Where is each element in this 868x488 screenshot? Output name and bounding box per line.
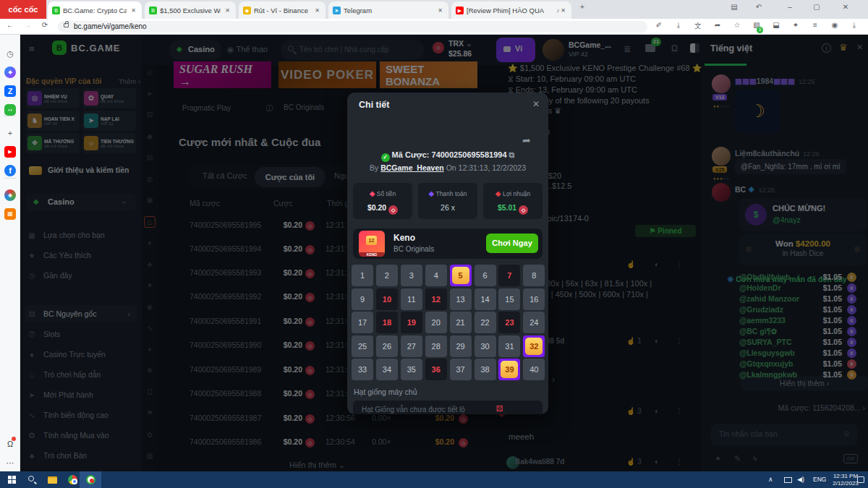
tray-hidden-icons[interactable]: ∧ (768, 476, 773, 483)
keno-number-cell[interactable]: 21 (450, 312, 472, 333)
browser-tab[interactable]: ▶[Review Phim] HÀO QUA♪✕ (451, 1, 571, 19)
maximize-button[interactable]: ▢ (810, 3, 823, 11)
keno-number-cell[interactable]: 24 (523, 312, 545, 333)
back-icon[interactable]: ← (4, 21, 16, 29)
keno-number-cell[interactable]: 9 (352, 288, 373, 310)
keno-number-cell[interactable]: 1 (352, 265, 373, 286)
action-center-icon[interactable] (857, 476, 864, 483)
keno-number-cell[interactable]: 22 (475, 312, 496, 333)
keno-number-cell[interactable]: 3 (401, 265, 422, 286)
profile-icon[interactable]: ◉ (829, 21, 841, 29)
sports-icon[interactable]: ◉ (4, 189, 16, 201)
server-seed-field[interactable]: Hạt Giống vẫn chưa được tiết lộ ⚄ (353, 401, 542, 414)
bookmark-star-icon[interactable]: ☆ (731, 21, 743, 29)
modal-close-icon[interactable]: ✕ (532, 99, 540, 109)
copy-icon[interactable]: ⧉ (509, 150, 515, 159)
zalo-icon[interactable]: Z (4, 85, 16, 97)
file-explorer-icon[interactable] (46, 474, 59, 486)
keno-number-cell[interactable]: 25 (352, 335, 373, 357)
shield-icon[interactable]: ▧3 (751, 21, 762, 29)
games-icon[interactable]: ◖◗ (4, 104, 16, 116)
tab-close-icon[interactable]: ✕ (224, 7, 231, 14)
more-icon[interactable]: ⋯ (4, 457, 16, 468)
language-indicator[interactable]: ENG (813, 476, 826, 483)
keno-number-cell[interactable]: 10 (376, 288, 398, 310)
keno-number-cell[interactable]: 35 (401, 359, 422, 380)
browser-tab[interactable]: B$1,500 Exclusive Weekend Ke✕ (145, 1, 236, 19)
modal-share-icon[interactable]: ➦ (522, 134, 531, 146)
reader-mode-icon[interactable]: ▤ (728, 3, 741, 11)
cart-icon[interactable]: ▦ (4, 208, 16, 220)
reading-list-icon[interactable]: ≡ (809, 21, 821, 29)
keno-number-cell[interactable]: 27 (401, 335, 422, 357)
keno-number-cell[interactable]: 36 (425, 359, 447, 380)
keno-number-cell[interactable]: 6 (475, 265, 496, 286)
extension-icon[interactable]: ✦ (790, 21, 801, 29)
keno-number-cell[interactable]: 39 (498, 359, 520, 380)
reload-icon[interactable]: ⟳ (39, 21, 51, 29)
keno-number-cell[interactable]: 11 (401, 288, 422, 310)
adblock-icon[interactable]: ⬓ (770, 21, 782, 29)
volume-icon[interactable]: ◀) (797, 476, 804, 483)
browser-tab[interactable]: ➤Telegram✕ (328, 1, 448, 19)
padlock-icon[interactable] (64, 23, 69, 27)
taskbar-search-icon[interactable] (26, 474, 38, 486)
keno-number-cell[interactable]: 19 (401, 312, 422, 333)
back-to-tab-icon[interactable]: ↶ (752, 3, 765, 11)
keno-number-cell[interactable]: 7 (498, 265, 520, 286)
tab-close-icon[interactable]: ✕ (129, 7, 137, 14)
browser-tab[interactable]: BBC.Game: Crypto Casino Gam✕ (48, 1, 142, 19)
coccoc-taskbar-icon[interactable] (85, 474, 97, 486)
keno-number-cell[interactable]: 33 (352, 359, 373, 380)
messenger-icon[interactable]: ✦ (4, 67, 16, 78)
keno-number-cell[interactable]: 2 (376, 265, 398, 286)
keno-number-cell[interactable]: 15 (498, 288, 520, 310)
keno-number-cell[interactable]: 12 (425, 288, 447, 310)
keno-number-cell[interactable]: 31 (498, 335, 520, 357)
keno-game-icon[interactable]: 12 KENO (359, 231, 385, 257)
keno-number-cell[interactable]: 38 (475, 359, 496, 380)
keno-number-cell[interactable]: 18 (376, 312, 398, 333)
network-icon[interactable] (784, 477, 792, 483)
bet-user-link[interactable]: BCGame_Heaven (380, 163, 444, 172)
keno-number-cell[interactable]: 13 (450, 288, 472, 310)
forward-icon[interactable]: → (22, 21, 33, 29)
downloads-icon[interactable]: ⤓ (848, 21, 860, 30)
keno-number-cell[interactable]: 16 (523, 288, 545, 310)
youtube-icon[interactable]: ▶ (4, 146, 16, 158)
keno-number-cell[interactable]: 8 (523, 265, 545, 286)
keno-number-cell[interactable]: 40 (523, 359, 545, 380)
edit-icon[interactable]: ✐ (653, 21, 665, 29)
chrome-icon[interactable] (67, 474, 79, 486)
keno-number-cell[interactable]: 14 (475, 288, 496, 310)
keno-number-cell[interactable]: 26 (376, 335, 398, 357)
translate-icon[interactable]: 文 (692, 21, 704, 31)
tab-close-icon[interactable]: ✕ (436, 7, 444, 14)
close-button[interactable]: ✕ (839, 3, 852, 11)
keno-number-cell[interactable]: 17 (352, 312, 373, 333)
keno-number-cell[interactable]: 28 (425, 335, 447, 357)
minimize-button[interactable]: – (783, 3, 796, 11)
keno-number-cell[interactable]: 29 (450, 335, 472, 357)
new-tab-button[interactable]: + (576, 3, 589, 11)
tab-close-icon[interactable]: ✕ (559, 7, 567, 14)
game-name[interactable]: Keno (393, 233, 415, 243)
history-icon[interactable]: ◷ (4, 48, 16, 59)
address-bar[interactable]: bc.game/vi/game/keno (58, 21, 647, 33)
keno-number-cell[interactable]: 32 (523, 335, 545, 357)
tab-close-icon[interactable]: ✕ (313, 7, 321, 14)
keno-number-cell[interactable]: 20 (425, 312, 447, 333)
add-icon[interactable]: + (4, 127, 16, 139)
keno-number-cell[interactable]: 5 (450, 265, 472, 286)
save-page-icon[interactable]: ⤓ (673, 21, 684, 30)
start-button[interactable] (6, 474, 18, 486)
keno-number-cell[interactable]: 30 (475, 335, 496, 357)
browser-tab[interactable]: ◆Rút - Ví - Binance✕ (239, 1, 326, 19)
facebook-icon[interactable]: f (4, 165, 16, 176)
keno-number-cell[interactable]: 4 (425, 265, 447, 286)
share-icon[interactable]: ➦ (712, 21, 723, 29)
keno-number-cell[interactable]: 34 (376, 359, 398, 380)
keno-number-cell[interactable]: 37 (450, 359, 472, 380)
keno-number-cell[interactable]: 23 (498, 312, 520, 333)
play-now-button[interactable]: Chơi Ngay (486, 234, 538, 253)
